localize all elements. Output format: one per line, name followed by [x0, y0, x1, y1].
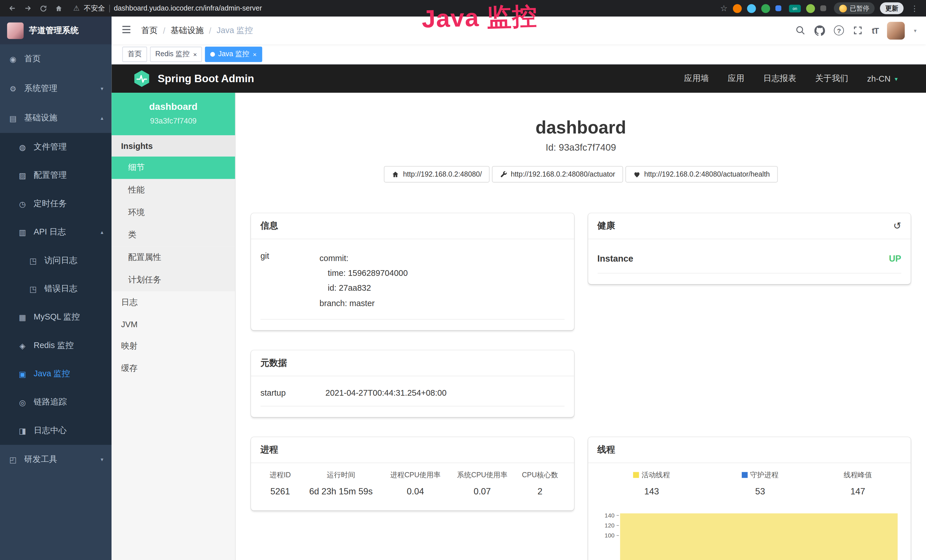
sba-nav-about[interactable]: 关于我们	[815, 73, 848, 84]
address-bar[interactable]: ⚠ 不安全 dashboard.yudao.iocoder.cn/infra/a…	[73, 3, 262, 13]
sba-item-scheduled-tasks[interactable]: 计划任务	[112, 269, 235, 291]
tab-label: Redis 监控	[156, 49, 190, 59]
info-git-label: git	[260, 251, 319, 311]
sidebar-item-error-logs[interactable]: ◳ 错误日志	[0, 275, 112, 303]
extension-icon-on-switch[interactable]: on	[789, 5, 801, 12]
ytick-label: 100	[605, 532, 614, 539]
extension-icon-green[interactable]	[761, 4, 770, 12]
sidebar-item-label: 文件管理	[34, 142, 67, 152]
sba-item-caches[interactable]: 缓存	[112, 357, 235, 380]
extension-icon-drop[interactable]	[747, 4, 756, 12]
history-icon[interactable]: ↺	[893, 220, 901, 232]
sidebar-item-mysql-monitor[interactable]: ▦ MySQL 监控	[0, 303, 112, 331]
sidebar-item-system-management[interactable]: ⚙ 系统管理 ▾	[0, 74, 112, 104]
sba-nav-wallboard[interactable]: 应用墙	[684, 73, 709, 84]
tab-redis-monitor[interactable]: Redis 监控 ×	[150, 47, 202, 62]
sba-navbar: Spring Boot Admin 应用墙 应用 日志报表 关于我们 zh-CN…	[112, 65, 926, 93]
sidebar-item-config-management[interactable]: ▨ 配置管理	[0, 161, 112, 189]
url-text[interactable]: dashboard.yudao.iocoder.cn/infra/admin-s…	[114, 4, 262, 12]
sba-item-environment[interactable]: 环境	[112, 201, 235, 224]
tab-java-monitor[interactable]: Java 监控 ×	[205, 47, 262, 62]
extension-icon-grid[interactable]	[775, 5, 781, 11]
sidebar-item-api-logs[interactable]: ▥ API 日志 ▴	[0, 218, 112, 246]
infrastructure-submenu: ◍ 文件管理 ▨ 配置管理 ◷ 定时任务 ▥ API 日志 ▴	[0, 133, 112, 445]
sba-item-classes[interactable]: 类	[112, 224, 235, 247]
profile-paused-badge[interactable]: 已暂停	[834, 2, 875, 14]
sidebar-item-infrastructure[interactable]: ▤ 基础设施 ▴	[0, 103, 112, 133]
sba-item-jvm[interactable]: JVM	[112, 314, 235, 335]
sidebar-item-log-center[interactable]: ◨ 日志中心	[0, 416, 112, 445]
health-url-link[interactable]: http://192.168.0.2:48080/actuator/health	[625, 166, 778, 183]
process-cpu-value: 0.04	[382, 481, 449, 499]
chevron-down-icon: ▾	[101, 457, 103, 463]
back-icon[interactable]	[6, 2, 19, 15]
sba-nav-journal[interactable]: 日志报表	[763, 73, 796, 84]
close-icon[interactable]: ×	[193, 50, 197, 58]
avatar-caret-icon[interactable]: ▾	[914, 27, 916, 33]
sidebar-item-dev-tools[interactable]: ◰ 研发工具 ▾	[0, 445, 112, 474]
metadata-startup-row: startup 2021-04-27T00:44:31.254+08:00	[260, 384, 564, 407]
sba-brand-title[interactable]: Spring Boot Admin	[158, 73, 254, 85]
tick-mark	[616, 535, 619, 536]
sba-item-metrics[interactable]: 性能	[112, 179, 235, 201]
threads-chart: 140 120 100	[598, 508, 901, 555]
sba-item-details[interactable]: 细节	[112, 157, 235, 179]
browser-menu-icon[interactable]: ⋮	[909, 4, 920, 12]
breadcrumb-home[interactable]: 首页	[141, 25, 158, 36]
security-label: 不安全	[84, 3, 105, 13]
chevron-up-icon: ▴	[101, 115, 103, 121]
legend-label: 守护进程	[750, 471, 778, 479]
sba-insights-menu: 细节 性能 环境 类 配置属性 计划任务	[112, 157, 235, 291]
health-instance-row: Instance UP	[598, 248, 901, 274]
status-badge: UP	[889, 253, 901, 263]
metadata-card-title: 元数据	[251, 350, 574, 376]
config-icon: ▨	[18, 171, 27, 180]
forward-icon[interactable]	[21, 2, 35, 15]
actuator-url-link[interactable]: http://192.168.0.2:48080/actuator	[492, 166, 623, 183]
close-icon[interactable]: ×	[253, 50, 257, 58]
bookmark-star-icon[interactable]: ☆	[720, 3, 728, 13]
app-sidebar: 芋道管理系统 ◉ 首页 ⚙ 系统管理 ▾ ▤ 基础设施 ▴	[0, 17, 112, 560]
app-logo[interactable]: 芋道管理系统	[0, 17, 112, 44]
sba-logo-icon	[133, 70, 151, 87]
sba-item-mappings[interactable]: 映射	[112, 335, 235, 357]
security-warning-icon: ⚠	[73, 4, 80, 12]
extension-icon-leaf[interactable]	[806, 4, 815, 12]
sidebar-item-file-management[interactable]: ◍ 文件管理	[0, 133, 112, 161]
health-card: 健康 ↺ Instance UP	[588, 213, 911, 284]
search-icon[interactable]	[796, 26, 806, 35]
sba-instance-header[interactable]: dashboard 93a3fc7f7409	[112, 93, 235, 135]
git-time-line: time: 1596289704000	[319, 266, 407, 281]
breadcrumb-infrastructure[interactable]: 基础设施	[171, 25, 204, 36]
sba-nav-applications[interactable]: 应用	[728, 73, 744, 84]
service-url-link[interactable]: http://192.168.0.2:48080/	[384, 166, 490, 183]
reload-icon[interactable]	[36, 2, 50, 15]
process-table: 进程ID 运行时间 进程CPU使用率 系统CPU使用率 CPU核心数 5261	[260, 465, 564, 499]
extension-icon-orange[interactable]	[733, 4, 742, 12]
live-threads-area	[620, 513, 897, 560]
sba-top-menu: 日志 JVM 映射 缓存	[112, 291, 235, 380]
help-icon[interactable]: ?	[834, 26, 844, 35]
ytick-label: 120	[605, 522, 614, 529]
sidebar-item-home[interactable]: ◉ 首页	[0, 44, 112, 74]
sba-item-logs[interactable]: 日志	[112, 291, 235, 314]
sidebar-item-access-logs[interactable]: ◳ 访问日志	[0, 247, 112, 275]
sidebar-item-redis-monitor[interactable]: ◈ Redis 监控	[0, 331, 112, 360]
sba-main: dashboard Id: 93a3fc7f7409 http://192.16…	[236, 93, 926, 560]
user-avatar[interactable]	[887, 22, 905, 39]
fullscreen-icon[interactable]	[853, 26, 863, 35]
font-size-icon[interactable]: tT	[872, 26, 878, 35]
sidebar-item-java-monitor[interactable]: ▣ Java 监控	[0, 360, 112, 388]
sba-locale-value: zh-CN	[867, 74, 891, 83]
tab-home[interactable]: 首页	[123, 47, 147, 62]
home-icon[interactable]	[52, 2, 65, 15]
sidebar-item-scheduled-jobs[interactable]: ◷ 定时任务	[0, 190, 112, 218]
sba-item-config-props[interactable]: 配置属性	[112, 247, 235, 269]
sba-locale-select[interactable]: zh-CN ▾	[867, 74, 898, 83]
hamburger-icon[interactable]	[121, 24, 132, 36]
file-icon: ◍	[18, 143, 27, 151]
sidebar-item-trace[interactable]: ◎ 链路追踪	[0, 388, 112, 416]
extension-icon-puzzle[interactable]	[820, 5, 826, 11]
update-button[interactable]: 更新	[880, 2, 903, 14]
github-icon[interactable]	[814, 25, 825, 36]
